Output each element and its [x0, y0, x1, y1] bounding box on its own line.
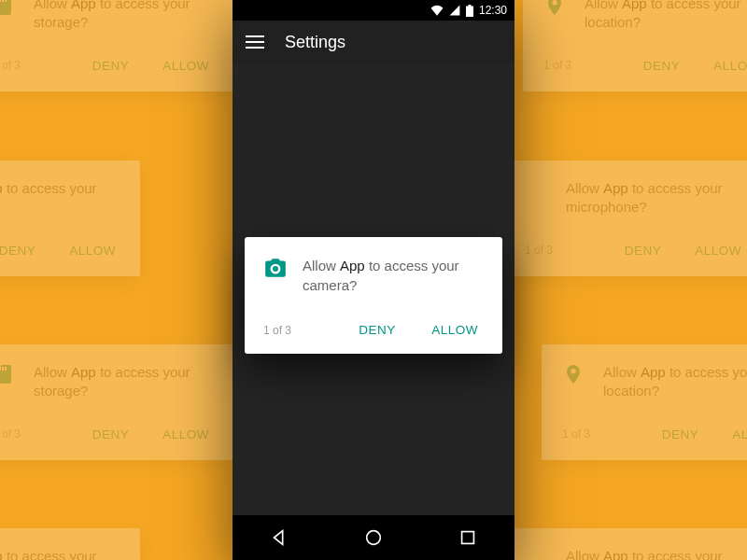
bg-allow-button[interactable]: ALLOW	[65, 238, 120, 263]
camera-icon	[263, 256, 288, 280]
menu-icon[interactable]	[246, 35, 264, 49]
bg-card-counter: 1 of 3	[525, 244, 595, 257]
bg-deny-button[interactable]: DENY	[658, 422, 703, 447]
back-icon[interactable]	[269, 527, 289, 548]
bg-card-icon	[543, 0, 568, 19]
bg-deny-button[interactable]: DENY	[89, 53, 134, 78]
content-area: Allow App to access your camera? 1 of 3 …	[233, 63, 514, 515]
phone-frame: 12:30 Settings Allow App to access your …	[233, 0, 514, 560]
battery-icon	[466, 5, 473, 17]
bg-card-icon	[525, 179, 549, 203]
bg-deny-button[interactable]: DENY	[640, 53, 684, 78]
bg-card-message: Allow App to access your storage?	[34, 363, 213, 401]
bg-allow-button[interactable]: ALLOW	[159, 53, 213, 78]
svg-rect-3	[461, 532, 473, 544]
dialog-counter: 1 of 3	[263, 324, 331, 337]
dialog-message: Allow App to access your camera?	[303, 256, 482, 295]
permission-dialog: Allow App to access your camera? 1 of 3 …	[245, 237, 502, 354]
bg-card-icon	[0, 0, 17, 19]
bg-deny-button[interactable]: DENY	[0, 238, 39, 263]
bg-card-message: Allow App to access your microphone?	[566, 179, 745, 217]
bg-card-message: Allow App to access your contact?	[0, 547, 120, 560]
bg-card-counter: 1 of 3	[0, 59, 63, 72]
bg-deny-button[interactable]: DENY	[621, 238, 666, 263]
bg-allow-button[interactable]: ALLOW	[728, 422, 747, 447]
bg-allow-button[interactable]: ALLOW	[159, 422, 213, 447]
navigation-bar	[233, 515, 514, 560]
signal-icon	[449, 5, 460, 16]
bg-permission-card: Allow App to access your storage?1 of 3D…	[0, 0, 233, 91]
allow-button[interactable]: ALLOW	[428, 317, 482, 343]
bg-permission-card: Allow App to access your microphone?1 of…	[504, 528, 747, 560]
bg-card-counter: 1 of 3	[0, 427, 63, 441]
bg-permission-card: Allow App to access your contact?1 of 3D…	[0, 161, 140, 276]
bg-permission-card: Allow App to access your location?1 of 3…	[542, 344, 747, 460]
bg-card-message: Allow App to access your storage?	[34, 0, 213, 33]
status-bar: 12:30	[233, 0, 514, 21]
bg-permission-card: Allow App to access your storage?1 of 3D…	[0, 344, 233, 460]
bg-allow-button[interactable]: ALLOW	[710, 53, 747, 78]
bg-card-message: Allow App to access your location?	[585, 0, 747, 33]
wifi-icon	[430, 5, 444, 16]
bg-card-icon	[0, 363, 17, 387]
svg-point-2	[367, 531, 381, 545]
page-title: Settings	[285, 33, 345, 52]
app-bar: Settings	[233, 21, 514, 63]
bg-card-counter: 1 of 3	[562, 427, 632, 441]
status-time: 12:30	[479, 4, 507, 17]
bg-deny-button[interactable]: DENY	[89, 422, 134, 447]
svg-rect-0	[466, 6, 473, 17]
bg-permission-card: Allow App to access your contact?1 of 3D…	[0, 528, 140, 560]
bg-permission-card: Allow App to access your location?1 of 3…	[523, 0, 747, 91]
bg-card-icon	[562, 363, 586, 387]
bg-permission-card: Allow App to access your microphone?1 of…	[504, 161, 747, 276]
home-icon[interactable]	[363, 527, 384, 548]
bg-allow-button[interactable]: ALLOW	[691, 238, 745, 263]
bg-card-counter: 1 of 3	[543, 59, 613, 72]
recent-icon[interactable]	[458, 527, 478, 548]
bg-card-message: Allow App to access your microphone?	[566, 547, 745, 560]
bg-card-message: Allow App to access your location?	[603, 363, 747, 401]
svg-rect-1	[468, 5, 471, 7]
deny-button[interactable]: DENY	[355, 317, 400, 343]
bg-card-icon	[525, 547, 549, 560]
bg-card-message: Allow App to access your contact?	[0, 179, 120, 217]
